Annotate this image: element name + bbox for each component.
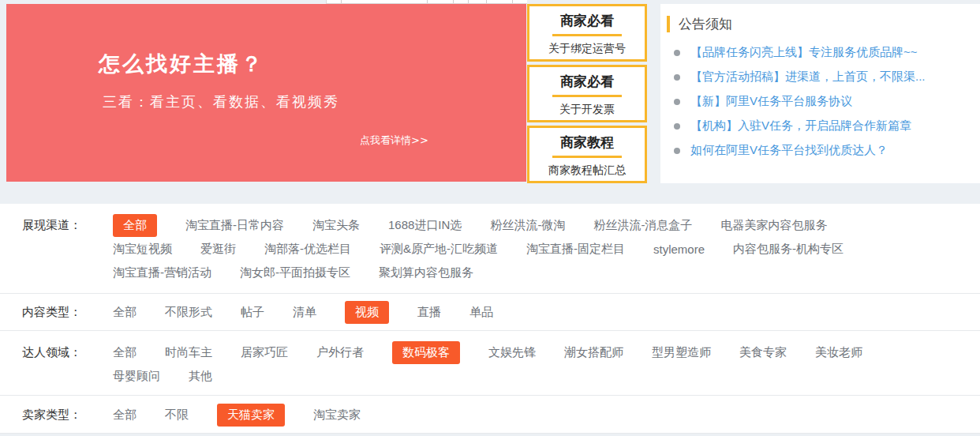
filter-option-selected[interactable]: 数码极客 [392,341,460,364]
filter-option[interactable]: 不限 [165,408,189,423]
announcement-item[interactable]: 【新】阿里V任务平台服务协议 [667,89,980,114]
announcement-item[interactable]: 【机构】入驻V任务，开启品牌合作新篇章 [667,114,980,138]
filter-options: 全部淘宝直播-日常内容淘宝头条1688进口IN选粉丝洪流-微淘粉丝洪流-消息盒子… [105,213,843,284]
filter-label: 卖家类型： [0,403,105,427]
filter-panel: 展现渠道：全部淘宝直播-日常内容淘宝头条1688进口IN选粉丝洪流-微淘粉丝洪流… [0,204,980,434]
filter-option[interactable]: 1688进口IN选 [388,218,462,233]
filter-options: 全部不限天猫卖家淘宝卖家 [105,403,361,427]
announcement-link[interactable]: 如何在阿里V任务平台找到优质达人？ [690,143,888,158]
filter-option[interactable]: 型男塑造师 [652,345,711,360]
card-subtitle: 关于绑定运营号 [529,42,645,56]
page: 怎么找好主播？ 三看：看主页、看数据、看视频秀 点我看详情>> 商家必看关于绑定… [0,0,980,436]
card-underline [552,34,622,36]
filter-option[interactable]: 单品 [469,305,493,320]
filter-option[interactable]: 不限形式 [165,305,212,320]
filter-option[interactable]: 母婴顾问 [113,369,160,384]
filter-options-line: 全部淘宝直播-日常内容淘宝头条1688进口IN选粉丝洪流-微淘粉丝洪流-消息盒子… [105,213,843,237]
bullet-icon [674,74,680,81]
announcement-link[interactable]: 【机构】入驻V任务，开启品牌合作新篇章 [690,118,911,133]
filter-option[interactable]: 居家巧匠 [241,345,288,360]
filter-option[interactable]: 粉丝洪流-消息盒子 [593,218,692,233]
card-title: 商家必看 [529,12,645,30]
filter-option[interactable]: 淘宝直播-固定栏目 [526,242,625,257]
card-subtitle: 商家教程帖汇总 [529,164,645,178]
tab-divider [486,0,487,3]
filter-option-selected[interactable]: 全部 [113,214,157,237]
banner-title: 怎么找好主播？ [99,50,264,78]
tab-divider [512,0,513,3]
merchant-card[interactable]: 商家必看关于开发票 [527,65,647,122]
promo-banner[interactable]: 怎么找好主播？ 三看：看主页、看数据、看视频秀 点我看详情>> [6,4,526,182]
filter-options-line: 全部不限形式帖子清单视频直播单品 [105,300,493,324]
merchant-card[interactable]: 商家必看关于绑定运营号 [527,4,647,62]
filter-option[interactable]: 美妆老师 [815,345,862,360]
card-underline [552,156,622,158]
announcement-item[interactable]: 如何在阿里V任务平台找到优质达人？ [667,138,980,163]
filter-option[interactable]: 户外行者 [316,345,364,360]
bullet-icon [674,148,680,154]
filter-option[interactable]: 文娱先锋 [488,345,536,360]
filter-option[interactable]: 淘女郎-平面拍摄专区 [240,265,350,280]
filter-row-field: 达人领域：全部时尚车主居家巧匠户外行者数码极客文娱先锋潮女搭配师型男塑造师美食专… [0,331,980,396]
filter-option[interactable]: 评测&原产地-汇吃频道 [380,242,498,257]
filter-option-selected[interactable]: 天猫卖家 [217,404,285,427]
filter-option[interactable]: 聚划算内容包服务 [379,265,473,280]
filter-option[interactable]: 全部 [113,408,137,423]
card-title: 商家教程 [529,133,645,152]
filter-option[interactable]: 淘宝头条 [312,218,360,233]
announcement-header: 公告须知 [667,14,980,33]
filter-option[interactable]: 帖子 [241,305,264,320]
announcement-link[interactable]: 【官方活动招稿】进渠道，上首页，不限渠... [690,70,926,85]
announcement-item[interactable]: 【官方活动招稿】进渠道，上首页，不限渠... [667,65,980,89]
tab-divider [468,0,469,3]
notice-cards: 商家必看关于绑定运营号商家必看关于开发票商家教程商家教程帖汇总 [527,4,647,183]
filter-option[interactable]: 淘宝卖家 [313,408,361,423]
filter-option[interactable]: 全部 [113,305,137,320]
filter-option[interactable]: 电器美家内容包服务 [720,218,827,233]
filter-label: 达人领域： [0,340,105,388]
announcement-panel: 公告须知 【品牌任务闪亮上线】专注服务优质品牌~~【官方活动招稿】进渠道，上首页… [660,4,980,183]
announcement-list: 【品牌任务闪亮上线】专注服务优质品牌~~【官方活动招稿】进渠道，上首页，不限渠.… [667,40,980,163]
filter-option[interactable]: stylemore [653,242,705,256]
card-subtitle: 关于开发票 [529,103,645,117]
filter-options-line: 母婴顾问其他 [105,364,862,388]
filter-row-seller: 卖家类型：全部不限天猫卖家淘宝卖家 [0,396,980,434]
filter-option-selected[interactable]: 视频 [345,301,389,324]
filter-options: 全部时尚车主居家巧匠户外行者数码极客文娱先锋潮女搭配师型男塑造师美食专家美妆老师… [105,340,862,388]
banner-subtitle: 三看：看主页、看数据、看视频秀 [103,92,339,111]
filter-option[interactable]: 爱逛街 [200,242,236,257]
bullet-icon [674,123,680,130]
filter-row-content: 内容类型：全部不限形式帖子清单视频直播单品 [0,294,980,331]
filter-option[interactable]: 淘部落-优选栏目 [264,242,351,257]
filter-option[interactable]: 时尚车主 [165,345,212,360]
filter-option[interactable]: 内容包服务-机构专区 [733,242,843,257]
announcement-title: 公告须知 [679,15,732,33]
announcement-accent-bar [667,16,670,32]
filter-row-channel: 展现渠道：全部淘宝直播-日常内容淘宝头条1688进口IN选粉丝洪流-微淘粉丝洪流… [0,204,980,294]
filter-option[interactable]: 全部 [113,345,137,360]
filter-options-line: 淘宝短视频爱逛街淘部落-优选栏目评测&原产地-汇吃频道淘宝直播-固定栏目styl… [105,237,843,261]
filter-option[interactable]: 其他 [189,369,212,384]
filter-options-line: 淘宝直播-营销活动淘女郎-平面拍摄专区聚划算内容包服务 [105,261,843,284]
filter-option[interactable]: 清单 [293,305,316,320]
bullet-icon [674,50,680,56]
bullet-icon [674,99,680,105]
announcement-link[interactable]: 【新】阿里V任务平台服务协议 [690,94,852,109]
filter-options-line: 全部不限天猫卖家淘宝卖家 [105,403,361,427]
banner-cta-link[interactable]: 点我看详情>> [360,133,428,148]
filter-options-line: 全部时尚车主居家巧匠户外行者数码极客文娱先锋潮女搭配师型男塑造师美食专家美妆老师 [105,340,862,364]
filter-option[interactable]: 淘宝直播-日常内容 [185,218,284,233]
filter-option[interactable]: 潮女搭配师 [564,345,623,360]
tab-divider [341,0,342,3]
filter-option[interactable]: 粉丝洪流-微淘 [490,218,565,233]
card-underline [552,95,622,97]
announcement-item[interactable]: 【品牌任务闪亮上线】专注服务优质品牌~~ [667,40,980,65]
filter-options: 全部不限形式帖子清单视频直播单品 [105,300,493,324]
filter-option[interactable]: 淘宝直播-营销活动 [113,265,211,280]
filter-option[interactable]: 直播 [417,305,441,320]
filter-option[interactable]: 美食专家 [739,345,787,360]
announcement-link[interactable]: 【品牌任务闪亮上线】专注服务优质品牌~~ [690,45,918,60]
merchant-card[interactable]: 商家教程商家教程帖汇总 [527,126,647,183]
filter-option[interactable]: 淘宝短视频 [113,242,172,257]
tab-divider [453,0,454,3]
